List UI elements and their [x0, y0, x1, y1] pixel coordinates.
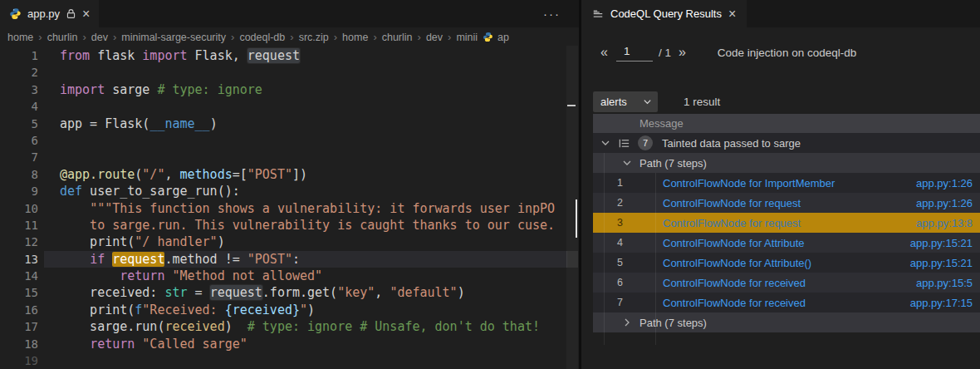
step-location[interactable]: app.py:13:8: [916, 217, 980, 229]
selected-node-highlight: request: [112, 252, 164, 267]
line-number: 13: [0, 251, 38, 268]
step-link[interactable]: ControlFlowNode for received: [663, 277, 806, 289]
code-token: "Received:: [142, 303, 224, 317]
code-line[interactable]: 12 print("/ handler"): [0, 234, 579, 250]
path-step-row[interactable]: 5ControlFlowNode for Attribute()app.py:1…: [593, 253, 980, 273]
code-editor[interactable]: 1from flask import Flask, request23impor…: [0, 47, 579, 369]
code-line[interactable]: 7: [0, 149, 579, 165]
line-number: 16: [0, 302, 38, 318]
code-line[interactable]: 2: [0, 64, 579, 81]
path-step-row[interactable]: 7ControlFlowNode for receivedapp.py:17:1…: [593, 293, 980, 312]
code-token: [233, 319, 247, 334]
alert-row[interactable]: 7 Tainted data passed to sarge: [593, 133, 980, 153]
step-count-badge: 7: [638, 135, 653, 150]
code-line[interactable]: 8@app.route("/", methods=["POST"]): [0, 166, 579, 183]
code-line[interactable]: 15 received: str = request.form.get("key…: [0, 284, 579, 301]
table-header-message: Message: [593, 114, 980, 133]
step-link[interactable]: ControlFlowNode for Attribute(): [663, 257, 811, 269]
code-line[interactable]: 11 to sarge.run. This vulnerability is c…: [0, 217, 579, 234]
breadcrumb-item[interactable]: home: [7, 32, 33, 43]
line-number: 19: [0, 352, 38, 369]
code-token: :: [292, 252, 300, 267]
editor-group: app.py × ··· home›churlin›dev›minimal-sa…: [0, 0, 579, 369]
result-count: 1 result: [684, 96, 720, 108]
breadcrumb-item[interactable]: minimal-sarge-security: [121, 32, 226, 43]
breadcrumb-separator: ›: [231, 31, 234, 43]
breadcrumb-separator: ›: [334, 31, 337, 43]
tab-close-icon[interactable]: ×: [82, 7, 90, 21]
breadcrumb-item[interactable]: codeql-db: [239, 32, 285, 43]
code-line[interactable]: 17 sarge.run(received) # type: ignore # …: [0, 318, 579, 335]
prev-result-icon[interactable]: «: [600, 45, 608, 60]
query-title: Code injection on codeql-db: [718, 47, 856, 59]
line-number: 14: [0, 268, 38, 284]
code-token: flask: [90, 48, 142, 63]
breadcrumb-item[interactable]: churlin: [382, 32, 413, 43]
panel-tab-close-icon[interactable]: ×: [728, 7, 736, 21]
tab-codeql-query-results[interactable]: CodeQL Query Results ×: [581, 0, 747, 27]
code-line[interactable]: 6: [0, 132, 579, 149]
path-row[interactable]: Path (7 steps): [593, 153, 980, 173]
breadcrumb-item[interactable]: src.zip: [299, 32, 329, 43]
breadcrumb-item[interactable]: dev: [426, 32, 443, 43]
step-location[interactable]: app.py:1:26: [916, 177, 980, 189]
step-link[interactable]: ControlFlowNode for Attribute: [663, 237, 805, 249]
code-token: f: [135, 303, 142, 317]
indent-guide: [655, 173, 656, 345]
breadcrumb-item[interactable]: home: [342, 32, 368, 43]
path-step-row[interactable]: 1ControlFlowNode for ImportMemberapp.py:…: [593, 173, 980, 193]
code-token: """This function shows a vulnerability: …: [90, 201, 555, 216]
code-token: to sarge.run. This vulnerability is caug…: [60, 218, 555, 233]
code-line[interactable]: 5app = Flask(__name__): [0, 116, 579, 132]
step-location[interactable]: app.py:17:15: [910, 297, 980, 309]
code-line[interactable]: 4: [0, 98, 579, 115]
step-link[interactable]: ControlFlowNode for received: [663, 297, 806, 309]
path-row[interactable]: Path (7 steps): [593, 312, 980, 332]
path-label: Path (7 steps): [639, 157, 707, 170]
code-token: app = Flask(: [60, 116, 149, 131]
step-location[interactable]: app.py:15:5: [916, 277, 980, 289]
step-location[interactable]: app.py:15:21: [910, 237, 980, 249]
step-link[interactable]: ControlFlowNode for request: [663, 217, 801, 229]
tab-app-py[interactable]: app.py ×: [0, 0, 99, 27]
code-token: Flask,: [188, 48, 247, 63]
code-line[interactable]: 16 print(f"Received: {received}"): [0, 302, 579, 318]
code-token: .form.get(: [262, 285, 337, 300]
word-highlight: request: [210, 285, 262, 300]
next-result-icon[interactable]: »: [679, 45, 686, 60]
code-line[interactable]: 3import sarge # type: ignore: [0, 81, 579, 98]
path-step-row[interactable]: 3ControlFlowNode for requestapp.py:13:8: [593, 213, 980, 233]
line-number: 8: [0, 166, 38, 183]
breadcrumb-item[interactable]: churlin: [47, 32, 78, 43]
step-location[interactable]: app.py:1:26: [916, 197, 980, 209]
code-line[interactable]: 14 return "Method not allowed": [0, 268, 579, 284]
chevron-down-icon[interactable]: [600, 138, 610, 148]
path-step-row[interactable]: 6ControlFlowNode for receivedapp.py:15:5: [593, 273, 980, 293]
code-line[interactable]: 19: [0, 352, 579, 369]
editor-more-actions-icon[interactable]: ···: [543, 0, 561, 27]
code-line[interactable]: 10 """This function shows a vulnerabilit…: [0, 200, 579, 217]
breadcrumb-item[interactable]: dev: [91, 32, 108, 43]
chevron-right-icon[interactable]: [622, 317, 632, 327]
results-toolbar: alerts 1 result: [593, 91, 720, 112]
breadcrumb-item[interactable]: minii: [456, 32, 478, 43]
path-step-row[interactable]: 4ControlFlowNode for Attributeapp.py:15:…: [593, 233, 980, 253]
code-line[interactable]: 9def user_to_sarge_run():: [0, 183, 579, 199]
code-line[interactable]: 1from flask import Flask, request: [0, 47, 579, 64]
step-link[interactable]: ControlFlowNode for request: [663, 197, 801, 209]
chevron-down-icon[interactable]: [622, 158, 632, 168]
breadcrumb-separator: ›: [373, 31, 376, 43]
code-line[interactable]: 18 return "Called sarge": [0, 336, 579, 352]
breadcrumb[interactable]: home›churlin›dev›minimal-sarge-security›…: [0, 27, 579, 47]
code-token: (: [135, 167, 142, 182]
alerts-select[interactable]: alerts: [593, 91, 658, 112]
step-link[interactable]: ControlFlowNode for ImportMember: [663, 177, 835, 189]
path-step-row[interactable]: 2ControlFlowNode for requestapp.py:1:26: [593, 193, 980, 213]
line-number: 17: [0, 318, 38, 335]
breadcrumb-file[interactable]: ap: [483, 32, 509, 43]
editor-tab-bar: app.py × ···: [0, 0, 579, 27]
page-input[interactable]: 1: [616, 44, 653, 61]
step-location[interactable]: app.py:15:21: [910, 257, 980, 269]
line-number: 18: [0, 336, 38, 352]
code-line[interactable]: 13 if request.method != "POST":: [0, 251, 579, 268]
